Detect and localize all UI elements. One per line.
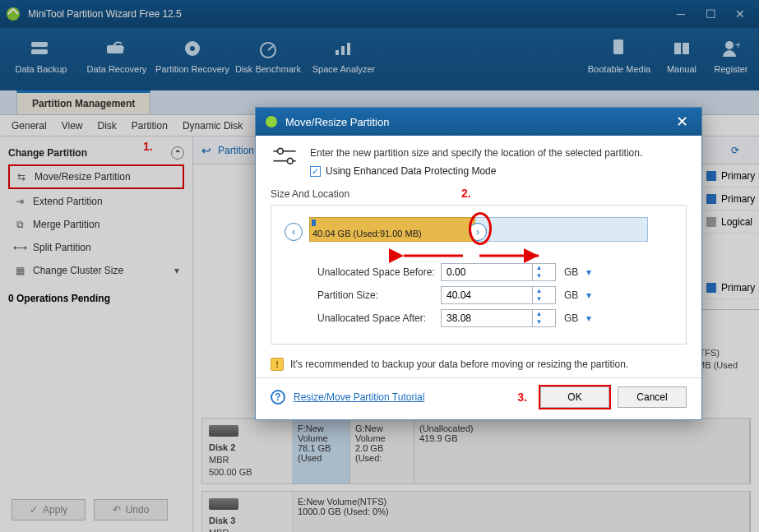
undo-button[interactable]: ↶Undo xyxy=(94,499,168,520)
split-icon: ⟷ xyxy=(13,241,26,254)
dialog-title: Move/Resize Partition xyxy=(285,116,389,128)
disk-card-2[interactable]: Disk 2 MBR 500.00 GB F:New Volume78.1 GB… xyxy=(201,418,751,484)
unit-dropdown[interactable]: ▾ xyxy=(586,266,591,278)
tool-partition-recovery[interactable]: Partition Recovery xyxy=(155,33,230,90)
tool-data-recovery[interactable]: Data Recovery xyxy=(79,33,155,90)
svg-text:+: + xyxy=(735,39,741,51)
tab-partition-management[interactable]: Partition Management xyxy=(16,90,150,114)
tool-register[interactable]: +Register xyxy=(706,33,756,90)
minimize-button[interactable]: ─ xyxy=(667,4,695,24)
refresh-icon[interactable]: ⟳ xyxy=(731,145,739,156)
svg-point-13 xyxy=(266,116,277,127)
svg-rect-7 xyxy=(336,50,339,55)
warning-text: It's recommended to backup your data bef… xyxy=(290,359,628,370)
menu-disk[interactable]: Disk xyxy=(98,120,117,132)
size-location-label: Size And Location xyxy=(271,188,349,200)
svg-rect-2 xyxy=(31,49,48,54)
sidebar-item-merge[interactable]: ⧉ Merge Partition xyxy=(8,214,184,235)
disk-icon xyxy=(209,425,238,437)
tool-space-analyzer[interactable]: Space Analyzer xyxy=(306,33,382,90)
dialog-close-button[interactable]: ✕ xyxy=(671,111,693,132)
sidebar-item-move-resize[interactable]: ⇆ Move/Resize Partition xyxy=(8,164,184,189)
merge-icon: ⧉ xyxy=(13,218,26,231)
svg-rect-9 xyxy=(347,43,350,55)
titlebar: MiniTool Partition Wizard Free 12.5 ─ ☐ … xyxy=(0,0,759,28)
slider-left-handle[interactable]: ‹ xyxy=(285,223,303,241)
help-icon[interactable]: ? xyxy=(271,390,285,405)
unit-dropdown[interactable]: ▾ xyxy=(586,289,591,301)
size-input[interactable]: ▲▼ xyxy=(441,286,556,304)
after-input[interactable]: ▲▼ xyxy=(441,309,556,327)
slider-bar-label: 40.04 GB (Used:91.00 MB) xyxy=(312,229,422,238)
menu-view[interactable]: View xyxy=(62,120,83,132)
sliders-icon: ⇆ xyxy=(15,170,28,183)
grid-icon: ▦ xyxy=(13,264,26,277)
ok-button[interactable]: OK xyxy=(540,386,609,408)
app-logo xyxy=(5,6,21,22)
warning-icon: ! xyxy=(271,358,284,371)
spin-up-icon[interactable]: ▲ xyxy=(533,310,545,318)
disk-card-3[interactable]: Disk 3 MBR 1000.00 GB E:New Volume(NTFS)… xyxy=(201,491,751,532)
app-logo xyxy=(264,114,279,129)
window-controls: ─ ☐ ✕ xyxy=(667,4,754,24)
menu-general[interactable]: General xyxy=(12,120,47,132)
svg-point-15 xyxy=(278,148,284,154)
sliders-icon xyxy=(271,146,299,169)
spin-up-icon[interactable]: ▲ xyxy=(533,287,545,295)
callout-1: 1. xyxy=(143,140,153,153)
sidebar-item-cluster[interactable]: ▦ Change Cluster Size ▾ xyxy=(8,260,184,281)
unit-dropdown[interactable]: ▾ xyxy=(586,312,591,324)
dialog-intro: Enter the new partition size and specify… xyxy=(310,146,687,160)
callout-2: 2. xyxy=(461,187,471,200)
close-button[interactable]: ✕ xyxy=(726,4,754,24)
main-toolbar: Data Backup Data Recovery Partition Reco… xyxy=(0,28,759,90)
tutorial-link[interactable]: Resize/Move Partition Tutorial xyxy=(294,391,424,403)
sidebar-item-split[interactable]: ⟷ Split Partition xyxy=(8,237,184,258)
callout-3: 3. xyxy=(517,391,527,404)
apply-button[interactable]: ✓Apply xyxy=(12,499,86,520)
tool-disk-benchmark[interactable]: Disk Benchmark xyxy=(230,33,306,90)
sidebar: 1. Change Partition ⌃ ⇆ Move/Resize Part… xyxy=(0,136,193,532)
back-icon[interactable]: ↩ xyxy=(201,144,211,157)
move-resize-dialog: Move/Resize Partition ✕ Enter the new pa… xyxy=(255,107,702,420)
svg-rect-10 xyxy=(613,39,623,54)
extend-icon: ⇥ xyxy=(13,195,26,208)
spin-down-icon[interactable]: ▼ xyxy=(533,272,545,280)
operations-pending: 0 Operations Pending xyxy=(8,293,184,304)
svg-rect-1 xyxy=(31,42,48,47)
size-label: Partition Size: xyxy=(285,289,441,301)
after-label: Unallocated Space After: xyxy=(285,312,441,324)
window-title: MiniTool Partition Wizard Free 12.5 xyxy=(28,8,182,20)
enhanced-mode-checkbox[interactable]: ✓ xyxy=(310,166,321,177)
undo-icon: ↶ xyxy=(113,504,121,516)
callout-circle xyxy=(469,212,492,245)
spin-up-icon[interactable]: ▲ xyxy=(533,264,545,272)
svg-point-17 xyxy=(287,158,293,164)
cancel-button[interactable]: Cancel xyxy=(618,386,687,408)
chevron-down-icon: ▾ xyxy=(174,265,179,276)
before-label: Unallocated Space Before: xyxy=(285,266,441,278)
svg-point-5 xyxy=(190,46,195,51)
svg-point-11 xyxy=(725,41,734,49)
tool-bootable-media[interactable]: Bootable Media xyxy=(581,33,657,90)
disk-icon xyxy=(209,498,238,510)
check-icon: ✓ xyxy=(30,504,38,516)
tool-manual[interactable]: Manual xyxy=(657,33,706,90)
sidebar-section-header[interactable]: Change Partition ⌃ xyxy=(8,146,184,160)
enhanced-mode-label: Using Enhanced Data Protecting Mode xyxy=(326,164,496,178)
spin-down-icon[interactable]: ▼ xyxy=(533,318,545,326)
spin-down-icon[interactable]: ▼ xyxy=(533,295,545,303)
svg-rect-8 xyxy=(341,46,345,55)
back-label: Partition xyxy=(218,145,254,156)
chevron-up-icon: ⌃ xyxy=(171,146,184,160)
menu-dynamic-disk[interactable]: Dynamic Disk xyxy=(183,120,243,132)
partition-slider[interactable]: 40.04 GB (Used:91.00 MB) xyxy=(309,215,648,248)
sidebar-item-extend[interactable]: ⇥ Extend Partition xyxy=(8,191,184,212)
dialog-titlebar: Move/Resize Partition ✕ xyxy=(256,108,701,136)
before-input[interactable]: ▲▼ xyxy=(441,263,556,281)
menu-partition[interactable]: Partition xyxy=(132,120,168,132)
maximize-button[interactable]: ☐ xyxy=(697,4,724,24)
tool-data-backup[interactable]: Data Backup xyxy=(3,33,79,90)
